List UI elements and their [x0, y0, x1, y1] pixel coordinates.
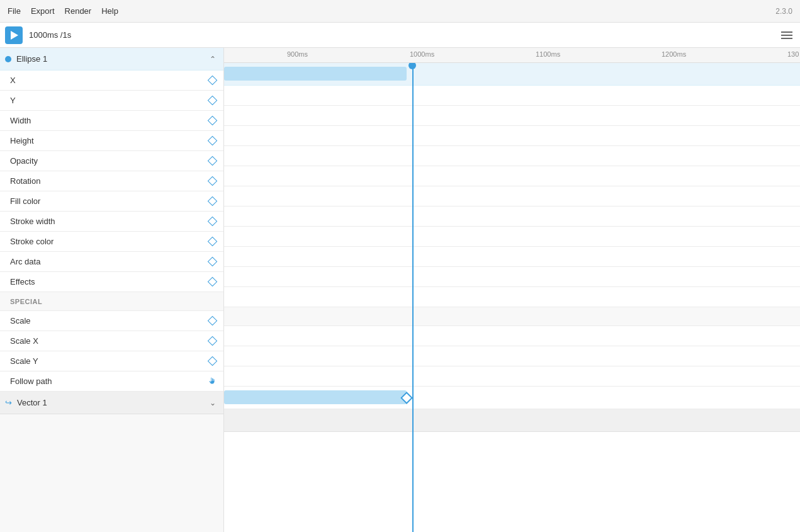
ruler-label-130: 130 [787, 50, 799, 58]
menu-help[interactable]: Help [101, 4, 118, 18]
keyframe-opacity-button[interactable] [207, 156, 217, 166]
ruler-label-900: 900ms [287, 50, 308, 58]
ruler-label-1200: 1200ms [662, 50, 686, 58]
version-label: 2.3.0 [775, 7, 792, 16]
menubar: File Export Render Help 2.3.0 [0, 0, 800, 23]
left-panel: Ellipse 1 ⌃ X Y Width Height Opacity Rot… [0, 48, 224, 532]
menu-export[interactable]: Export [31, 4, 55, 18]
hamburger-icon [781, 38, 792, 39]
ruler: 900ms 1000ms 1100ms 1200ms 130 [224, 48, 800, 63]
ruler-label-1100: 1100ms [536, 50, 560, 58]
track-width [224, 126, 800, 146]
track-special-header [224, 307, 800, 326]
track-rotation [224, 186, 800, 207]
prop-rotation: Rotation [0, 171, 223, 191]
vector-link-icon: ↪ [5, 398, 12, 407]
ruler-inner: 900ms 1000ms 1100ms 1200ms 130 [224, 48, 800, 62]
track-fill-color [224, 207, 800, 227]
track-effects [224, 287, 800, 307]
prop-scale-y: Scale Y [0, 351, 223, 371]
track-y [224, 106, 800, 126]
track-stroke-color [224, 247, 800, 267]
keyframe-scale-y-button[interactable] [207, 356, 217, 366]
prop-scale: Scale [0, 311, 223, 331]
diamond-icon [207, 156, 217, 166]
prop-fill-color: Fill color [0, 191, 223, 212]
ellipse-dot [5, 56, 11, 62]
diamond-icon [207, 237, 217, 247]
prop-stroke-width-label: Stroke width [10, 217, 55, 226]
follow-path-track-bar[interactable] [224, 390, 407, 404]
play-button[interactable] [5, 26, 23, 44]
prop-scale-label: Scale [10, 316, 31, 325]
diamond-icon [207, 316, 217, 326]
track-scale-y [224, 366, 800, 387]
keyframe-follow-path-button[interactable] [207, 376, 217, 387]
keyframe-scale-button[interactable] [207, 316, 217, 326]
diamond-icon [207, 116, 217, 126]
menu-button[interactable] [779, 29, 795, 42]
prop-fill-color-label: Fill color [10, 196, 40, 206]
prop-opacity: Opacity [0, 151, 223, 171]
keyframe-rotation-button[interactable] [207, 176, 217, 186]
keyframe-height-button[interactable] [207, 136, 217, 146]
prop-y-label: Y [10, 96, 16, 105]
keyframe-effects-button[interactable] [207, 277, 217, 287]
keyframe-stroke-color-button[interactable] [207, 237, 217, 247]
track-scale-x [224, 346, 800, 366]
menu-file[interactable]: File [8, 4, 21, 18]
prop-follow-path-label: Follow path [10, 376, 52, 386]
track-follow-path [224, 387, 800, 409]
keyframe-fill-color-button[interactable] [207, 196, 217, 207]
play-icon [11, 31, 18, 40]
prop-rotation-label: Rotation [10, 176, 40, 186]
time-display: 1000ms /1s [29, 30, 71, 40]
keyframe-stroke-width-button[interactable] [207, 217, 217, 227]
chevron-up-icon[interactable]: ⌃ [210, 55, 216, 64]
hamburger-icon [781, 31, 792, 33]
prop-height: Height [0, 131, 223, 151]
track-x [224, 86, 800, 106]
keyframe-arc-data-button[interactable] [207, 257, 217, 267]
prop-scale-x: Scale X [0, 331, 223, 351]
menu-render[interactable]: Render [65, 4, 92, 18]
prop-arc-data-label: Arc data [10, 257, 40, 266]
ellipse1-track-bar[interactable] [224, 67, 407, 81]
cursor-icon [207, 376, 217, 387]
prop-stroke-width: Stroke width [0, 212, 223, 232]
prop-scale-y-label: Scale Y [10, 356, 38, 366]
prop-effects-label: Effects [10, 277, 35, 286]
layer-vector1[interactable]: ↪ Vector 1 ⌄ [0, 392, 223, 414]
special-section-header: SPECIAL [0, 292, 223, 311]
keyframe-y-button[interactable] [207, 96, 217, 106]
diamond-icon [207, 176, 217, 186]
keyframe-width-button[interactable] [207, 116, 217, 126]
diamond-icon [207, 76, 217, 86]
ruler-label-1000: 1000ms [410, 50, 434, 58]
diamond-icon [207, 217, 217, 227]
track-scale [224, 326, 800, 346]
diamond-icon [207, 96, 217, 106]
timeline-content[interactable] [224, 63, 800, 532]
transport-bar: 1000ms /1s [0, 23, 800, 48]
prop-stroke-color: Stroke color [0, 232, 223, 252]
menubar-left: File Export Render Help [8, 4, 118, 18]
prop-scale-x-label: Scale X [10, 336, 38, 346]
prop-height-label: Height [10, 136, 34, 145]
chevron-down-icon[interactable]: ⌄ [210, 399, 216, 407]
diamond-icon [207, 277, 217, 287]
prop-y: Y [0, 91, 223, 111]
prop-follow-path: Follow path [0, 371, 223, 392]
vector1-label: Vector 1 [17, 398, 47, 407]
keyframe-scale-x-button[interactable] [207, 336, 217, 346]
keyframe-x-button[interactable] [207, 76, 217, 86]
diamond-icon [207, 196, 217, 207]
prop-x: X [0, 71, 223, 91]
layer-ellipse1[interactable]: Ellipse 1 ⌃ [0, 48, 223, 71]
prop-effects: Effects [0, 272, 223, 292]
prop-width-label: Width [10, 116, 31, 125]
prop-opacity-label: Opacity [10, 156, 38, 166]
diamond-icon [207, 356, 217, 366]
diamond-icon [207, 336, 217, 346]
track-stroke-width [224, 227, 800, 247]
